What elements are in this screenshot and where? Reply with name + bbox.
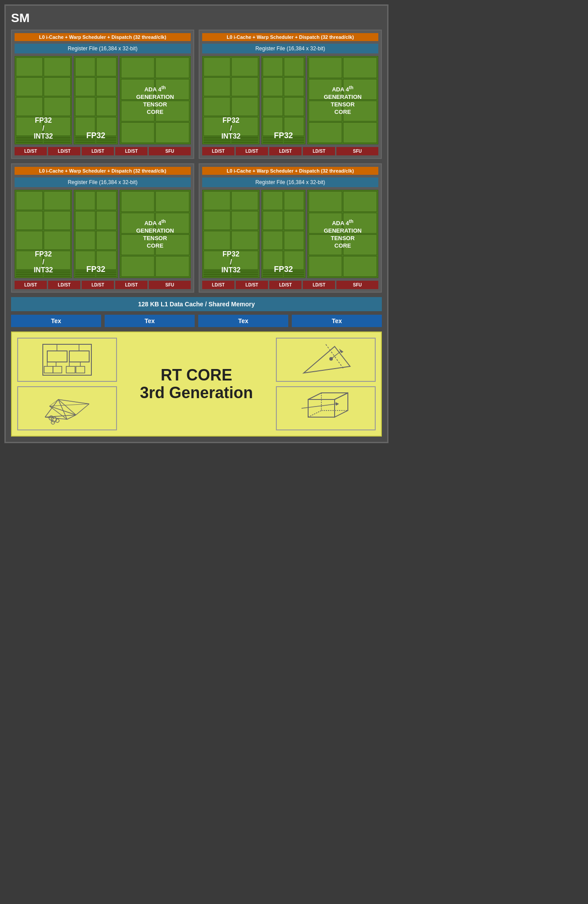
svg-rect-11 bbox=[66, 366, 75, 373]
fp32-int32-block-1: FP32/INT32 bbox=[15, 56, 72, 144]
ld-st-16: LD/ST bbox=[303, 281, 335, 289]
svg-point-32 bbox=[51, 421, 55, 424]
fp32-block-1: FP32 bbox=[74, 56, 117, 144]
svg-rect-12 bbox=[76, 366, 85, 373]
register-file-bar-2: Register File (16,384 x 32-bit) bbox=[202, 44, 378, 53]
ld-st-4: LD/ST bbox=[115, 147, 147, 155]
ld-st-11: LD/ST bbox=[82, 281, 114, 289]
ld-st-10: LD/ST bbox=[48, 281, 80, 289]
tex-row: Tex Tex Tex Tex bbox=[11, 315, 382, 327]
register-file-bar-3: Register File (16,384 x 32-bit) bbox=[15, 177, 191, 187]
bottom-units-1: LD/ST LD/ST LD/ST LD/ST SFU bbox=[15, 147, 191, 155]
rt-icon-bvh bbox=[17, 338, 117, 382]
rt-icon-bvh-svg bbox=[41, 342, 94, 377]
fp32-block-3: FP32 bbox=[74, 190, 117, 278]
fp32-block-4: FP32 bbox=[261, 190, 305, 278]
tex-unit-4: Tex bbox=[292, 315, 382, 327]
quadrant-4: L0 i-Cache + Warp Scheduler + Dispatch (… bbox=[199, 163, 382, 293]
sfu-1: SFU bbox=[149, 147, 191, 155]
ld-st-15: LD/ST bbox=[269, 281, 302, 289]
warp-scheduler-bar-3: L0 i-Cache + Warp Scheduler + Dispatch (… bbox=[15, 167, 191, 175]
ld-st-5: LD/ST bbox=[202, 147, 234, 155]
tensor-block-3: ADA 4thGENERATIONTENSOR CORE bbox=[120, 190, 191, 278]
tex-unit-3: Tex bbox=[198, 315, 288, 327]
svg-line-29 bbox=[49, 404, 89, 406]
svg-line-28 bbox=[76, 404, 89, 415]
svg-line-37 bbox=[308, 411, 321, 417]
warp-scheduler-bar-1: L0 i-Cache + Warp Scheduler + Dispatch (… bbox=[15, 33, 191, 41]
tex-unit-1: Tex bbox=[11, 315, 101, 327]
svg-marker-13 bbox=[304, 347, 350, 373]
ld-st-14: LD/ST bbox=[236, 281, 268, 289]
sfu-2: SFU bbox=[336, 147, 378, 155]
rt-icon-triangle bbox=[276, 338, 376, 382]
ld-st-9: LD/ST bbox=[15, 281, 47, 289]
fp32-int32-block-4: FP32/INT32 bbox=[202, 190, 260, 278]
svg-rect-10 bbox=[53, 366, 62, 373]
rt-core-title-text: RT CORE 3rd Generation bbox=[140, 366, 253, 401]
svg-rect-1 bbox=[47, 351, 67, 362]
register-file-bar-4: Register File (16,384 x 32-bit) bbox=[202, 177, 378, 187]
compute-units-2: FP32/INT32 FP32 bbox=[202, 56, 378, 144]
quadrant-1: L0 i-Cache + Warp Scheduler + Dispatch (… bbox=[11, 30, 194, 159]
sfu-3: SFU bbox=[149, 281, 191, 289]
warp-scheduler-bar-4: L0 i-Cache + Warp Scheduler + Dispatch (… bbox=[202, 167, 378, 175]
svg-rect-2 bbox=[69, 351, 89, 362]
bottom-units-3: LD/ST LD/ST LD/ST LD/ST SFU bbox=[15, 281, 191, 289]
sm-title: SM bbox=[11, 11, 382, 25]
compute-units-3: FP32/INT32 FP32 bbox=[15, 190, 191, 278]
rt-core-title: RT CORE 3rd Generation bbox=[121, 338, 271, 430]
ld-st-1: LD/ST bbox=[15, 147, 47, 155]
ld-st-3: LD/ST bbox=[82, 147, 114, 155]
ld-st-7: LD/ST bbox=[269, 147, 302, 155]
rt-icon-mesh bbox=[17, 386, 117, 430]
rt-icon-box-svg bbox=[299, 391, 352, 426]
fp32-int32-block-2: FP32/INT32 bbox=[202, 56, 260, 144]
ld-st-13: LD/ST bbox=[202, 281, 234, 289]
svg-rect-9 bbox=[44, 366, 53, 373]
fp32-int32-block-3: FP32/INT32 bbox=[15, 190, 72, 278]
tensor-block-4: ADA 4thGENERATIONTENSOR CORE bbox=[307, 190, 378, 278]
sm-container: SM L0 i-Cache + Warp Scheduler + Dispatc… bbox=[4, 4, 388, 443]
compute-units-1: FP32/INT32 FP32 bbox=[15, 56, 191, 144]
warp-scheduler-bar-2: L0 i-Cache + Warp Scheduler + Dispatch (… bbox=[202, 33, 378, 41]
register-file-bar-1: Register File (16,384 x 32-bit) bbox=[15, 44, 191, 53]
bottom-units-2: LD/ST LD/ST LD/ST LD/ST SFU bbox=[202, 147, 378, 155]
sfu-4: SFU bbox=[336, 281, 378, 289]
ld-st-12: LD/ST bbox=[115, 281, 147, 289]
tensor-block-2: ADA 4thGENERATIONTENSOR CORE bbox=[307, 56, 378, 144]
rt-core-container: RT CORE 3rd Generation bbox=[11, 331, 382, 437]
svg-marker-41 bbox=[335, 402, 339, 406]
rt-icon-box bbox=[276, 386, 376, 430]
ld-st-2: LD/ST bbox=[48, 147, 80, 155]
tex-unit-2: Tex bbox=[105, 315, 195, 327]
svg-line-40 bbox=[302, 404, 337, 408]
quadrants-grid: L0 i-Cache + Warp Scheduler + Dispatch (… bbox=[11, 30, 382, 293]
quadrant-3: L0 i-Cache + Warp Scheduler + Dispatch (… bbox=[11, 163, 194, 293]
l1-cache-bar: 128 KB L1 Data Cache / Shared Memory bbox=[11, 297, 382, 311]
ld-st-8: LD/ST bbox=[303, 147, 335, 155]
fp32-block-2: FP32 bbox=[261, 56, 305, 144]
quadrant-2: L0 i-Cache + Warp Scheduler + Dispatch (… bbox=[199, 30, 382, 159]
rt-icon-triangle-svg bbox=[299, 342, 352, 377]
svg-line-16 bbox=[331, 351, 341, 359]
ld-st-6: LD/ST bbox=[236, 147, 268, 155]
compute-units-4: FP32/INT32 FP32 bbox=[202, 190, 378, 278]
svg-line-24 bbox=[49, 406, 76, 415]
rt-icon-mesh-svg bbox=[41, 391, 94, 426]
svg-marker-36 bbox=[308, 393, 348, 399]
bottom-units-4: LD/ST LD/ST LD/ST LD/ST SFU bbox=[202, 281, 378, 289]
tensor-block-1: ADA 4thGENERATIONTENSOR CORE bbox=[120, 56, 191, 144]
